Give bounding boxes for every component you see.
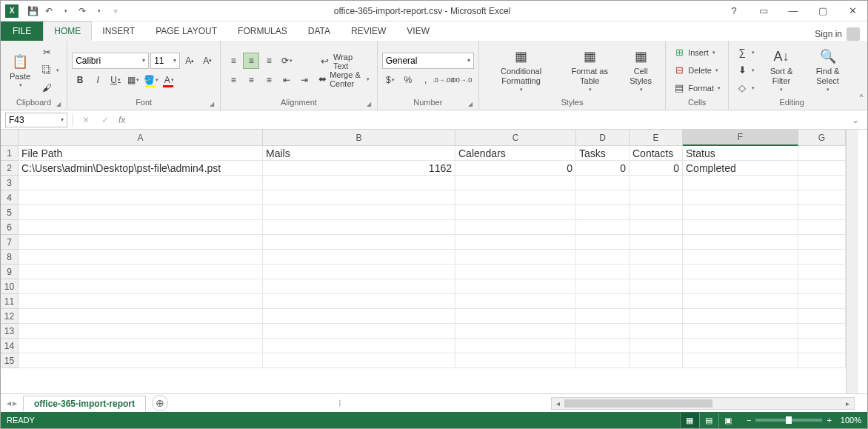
number-format-combo[interactable]: General▾ [382,53,474,69]
cell-E5[interactable] [630,205,683,220]
cell-E3[interactable] [630,176,683,190]
decrease-indent-button[interactable]: ⇤ [278,72,295,88]
align-right-button[interactable]: ≡ [261,72,277,88]
grow-font-button[interactable]: A▴ [181,53,198,69]
zoom-level[interactable]: 100% [841,416,861,425]
cell-F7[interactable] [683,235,798,250]
cut-button[interactable]: ✂ [38,44,62,61]
cell-B6[interactable] [263,220,455,235]
cell-D10[interactable] [576,279,630,294]
view-page-break-button[interactable]: ▣ [718,413,738,428]
cell-A8[interactable] [19,250,263,265]
row-header-15[interactable]: 15 [1,353,19,368]
cell-D7[interactable] [576,235,630,250]
number-launcher[interactable]: ◢ [467,101,474,108]
row-header-14[interactable]: 14 [1,339,19,353]
col-header-B[interactable]: B [263,130,455,146]
row-header-11[interactable]: 11 [1,294,19,309]
cell-D3[interactable] [576,176,630,190]
cell-C2[interactable]: 0 [455,161,576,176]
cell-B1[interactable]: Mails [263,146,455,161]
cell-G6[interactable] [798,220,846,235]
cell-D4[interactable] [576,190,630,205]
find-select-button[interactable]: 🔍Find & Select▾ [805,44,850,95]
cell-B12[interactable] [263,309,455,324]
row-header-12[interactable]: 12 [1,309,19,324]
qat-customize[interactable]: ▾ [109,4,122,18]
cell-B11[interactable] [263,294,455,309]
cell-G9[interactable] [798,265,846,279]
cell-G2[interactable] [798,161,846,176]
cell-A2[interactable]: C:\Users\admin\Desktop\pst-file\admin4.p… [19,161,263,176]
cell-C6[interactable] [455,220,576,235]
tab-review[interactable]: REVIEW [341,21,396,41]
font-color-button[interactable]: A▾ [161,72,177,88]
border-button[interactable]: ▦▾ [125,72,141,88]
increase-decimal-button[interactable]: .0→.00 [435,72,452,88]
alignment-launcher[interactable]: ◢ [365,101,373,108]
paste-button[interactable]: 📋Paste▾ [5,50,35,91]
cell-E2[interactable]: 0 [630,161,683,176]
cell-G7[interactable] [798,235,846,250]
cell-C11[interactable] [455,294,576,309]
tab-formulas[interactable]: FORMULAS [227,21,298,41]
cell-A5[interactable] [19,205,263,220]
cell-G10[interactable] [798,279,846,294]
cell-A11[interactable] [19,294,263,309]
cell-F1[interactable]: Status [683,146,798,161]
align-middle-button[interactable]: ≡ [243,53,259,69]
row-header-10[interactable]: 10 [1,279,19,294]
accounting-button[interactable]: $▾ [382,72,398,88]
col-header-A[interactable]: A [19,130,263,146]
font-size-combo[interactable]: 11▾ [150,53,180,69]
cell-E13[interactable] [630,324,683,339]
cell-A4[interactable] [19,190,263,205]
worksheet-grid[interactable]: ABCDEFG1File PathMailsCalendarsTasksCont… [1,130,846,393]
clear-button[interactable]: ◇▾ [733,80,758,96]
fill-button[interactable]: ⬇▾ [733,62,758,79]
cell-D12[interactable] [576,309,630,324]
cell-B13[interactable] [263,324,455,339]
zoom-out-button[interactable]: − [747,416,751,425]
cell-D1[interactable]: Tasks [576,146,630,161]
cell-E9[interactable] [630,265,683,279]
expand-formula-bar[interactable]: ⌄ [848,115,863,125]
cell-A1[interactable]: File Path [19,146,263,161]
minimize-button[interactable]: — [778,1,808,21]
cell-D14[interactable] [576,339,630,353]
horizontal-scrollbar[interactable]: ◂▸ [551,397,855,410]
row-header-7[interactable]: 7 [1,235,19,250]
qat-redo-dropdown[interactable]: ▾ [93,4,106,18]
cell-F12[interactable] [683,309,798,324]
col-header-E[interactable]: E [630,130,683,146]
cell-B2[interactable]: 1162 [263,161,455,176]
cell-D6[interactable] [576,220,630,235]
cell-G5[interactable] [798,205,846,220]
cell-C5[interactable] [455,205,576,220]
cell-F14[interactable] [683,339,798,353]
tab-view[interactable]: VIEW [396,21,440,41]
cell-G4[interactable] [798,190,846,205]
cell-A3[interactable] [19,176,263,190]
cell-G13[interactable] [798,324,846,339]
cell-E15[interactable] [630,353,683,368]
col-header-C[interactable]: C [455,130,576,146]
cell-A14[interactable] [19,339,263,353]
cell-C4[interactable] [455,190,576,205]
view-normal-button[interactable]: ▦ [680,413,699,428]
name-box[interactable]: F43▾ [5,113,67,127]
sheet-nav-last[interactable]: ▸ [13,398,17,408]
cell-G3[interactable] [798,176,846,190]
cell-E8[interactable] [630,250,683,265]
view-page-layout-button[interactable]: ▤ [699,413,718,428]
cell-D13[interactable] [576,324,630,339]
font-name-combo[interactable]: Calibri▾ [72,53,149,69]
format-cells-button[interactable]: ▤Format▾ [670,80,724,96]
qat-save-icon[interactable]: 💾 [26,4,39,18]
row-header-1[interactable]: 1 [1,146,19,161]
cell-F6[interactable] [683,220,798,235]
format-painter-button[interactable]: 🖌 [38,80,62,96]
cell-B5[interactable] [263,205,455,220]
cell-B8[interactable] [263,250,455,265]
cell-E1[interactable]: Contacts [630,146,683,161]
